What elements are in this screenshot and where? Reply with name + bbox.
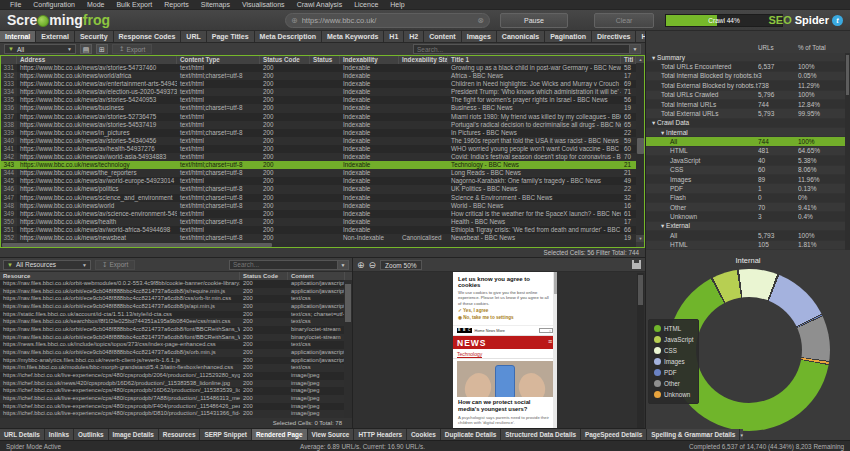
tab-response-codes[interactable]: Response Codes (114, 31, 182, 42)
column-header-status-code[interactable]: Status Code (240, 272, 288, 280)
tab-images[interactable]: Images (462, 31, 497, 42)
resource-row[interactable]: https://m.files.bbci.co.uk/modules/bbc-m… (0, 364, 352, 372)
tab-h1[interactable]: H1 (384, 31, 404, 42)
expand-icon[interactable]: ▾ (661, 129, 664, 136)
column-header-row-number[interactable] (0, 56, 17, 64)
resource-row[interactable]: https://ichef.bbci.co.uk/news/420/cpspro… (0, 380, 352, 388)
resource-row[interactable]: https://nav.files.bbci.co.uk/orbit/ece9c… (0, 288, 352, 296)
scrollbar-thumb[interactable] (638, 275, 643, 305)
filter-dropdown[interactable]: ▼ All ▼ (4, 44, 76, 54)
main-vertical-scrollbar[interactable]: ▲ ▼ (636, 56, 645, 242)
tab-cookies[interactable]: Cookies (407, 429, 441, 440)
table-row[interactable]: 332https://www.bbc.co.uk/news/world/afri… (0, 72, 636, 80)
export-button[interactable]: ↥ Export (112, 44, 152, 54)
overview-row-external[interactable]: ▾ External (646, 222, 850, 231)
table-row[interactable]: 345https://www.bbc.co.uk/news/av/world-e… (0, 177, 636, 185)
tab-structured-data-details[interactable]: Structured Data Details (501, 429, 581, 440)
overview-row-html[interactable]: HTML1051.81% (646, 241, 850, 250)
resource-row[interactable]: https://nav.files.bbci.co.uk/searchbox/f… (0, 318, 352, 326)
resource-row[interactable]: https://nav.files.bbci.co.uk/orbit/ece9c… (0, 334, 352, 342)
table-row[interactable]: 335https://www.bbc.co.uk/news/av/stories… (0, 96, 636, 104)
url-input[interactable] (302, 16, 478, 25)
overview-row-all[interactable]: All744100% (646, 137, 850, 146)
table-row[interactable]: 344https://www.bbc.co.uk/news/the_report… (0, 169, 636, 177)
resource-row[interactable]: https://static.files.bbci.co.uk/account/… (0, 311, 352, 319)
overview-scrollbar[interactable] (845, 53, 850, 250)
table-row[interactable]: 338https://www.bbc.co.uk/news/av/stories… (0, 121, 636, 129)
search-input[interactable] (414, 46, 629, 53)
twitter-icon[interactable]: t (832, 15, 843, 26)
tab-serp-snippet[interactable]: SERP Snippet (200, 429, 252, 440)
tab-canonicals[interactable]: Canonicals (497, 31, 545, 42)
tab-pagination[interactable]: Pagination (545, 31, 592, 42)
tab-directives[interactable]: Directives (592, 31, 636, 42)
column-header-content[interactable]: Content (288, 272, 345, 280)
resource-row[interactable]: https://ichef.bbci.co.uk/live-experience… (0, 410, 352, 418)
table-row[interactable]: 350https://www.bbc.co.uk/news/healthtext… (0, 218, 636, 226)
resources-search-input[interactable] (230, 261, 337, 268)
column-header-titl[interactable]: Titl + (621, 56, 636, 64)
tab-h2[interactable]: H2 (404, 31, 424, 42)
scroll-up-icon[interactable]: ▲ (636, 56, 645, 63)
tab-meta-keywords[interactable]: Meta Keywords (322, 31, 384, 42)
tab-url-details[interactable]: URL Details (0, 429, 45, 440)
column-header-resource[interactable]: Resource (0, 272, 240, 280)
resource-row[interactable]: https://nav.files.bbci.co.uk/orbit/ece9c… (0, 303, 352, 311)
tab-meta-description[interactable]: Meta Description (255, 31, 322, 42)
overview-row-html[interactable]: HTML48164.65% (646, 147, 850, 156)
scrollbar-thumb[interactable] (637, 138, 644, 154)
menu-help[interactable]: Help (385, 0, 409, 10)
column-header-status-code[interactable]: Status Code (260, 56, 310, 64)
resource-row[interactable]: https://nav.files.bbci.co.uk/orbit/ece9c… (0, 349, 352, 357)
tab-rendered-page[interactable]: Rendered Page (252, 429, 308, 440)
table-row[interactable]: 331https://www.bbc.co.uk/news/av/stories… (0, 64, 636, 72)
tab-page-titles[interactable]: Page Titles (207, 31, 255, 42)
table-row[interactable]: 339https://www.bbc.co.uk/news/in_picture… (0, 129, 636, 137)
overview-row-other[interactable]: Other709.41% (646, 203, 850, 212)
search-box[interactable]: ▼ (413, 44, 641, 54)
table-row[interactable]: 347https://www.bbc.co.uk/news/science_an… (0, 194, 636, 202)
preview-panel-scrollbar[interactable] (637, 273, 644, 428)
resource-row[interactable]: https://ichef.bbci.co.uk/live-experience… (0, 403, 352, 411)
resource-row[interactable]: https://nav.files.bbci.co.uk/orbit/ece9c… (0, 326, 352, 334)
pause-button[interactable]: Pause (500, 13, 568, 28)
column-header-address[interactable]: Address (17, 56, 177, 64)
table-row[interactable]: 351https://www.bbc.co.uk/news/av/world-a… (0, 226, 636, 234)
tab-inlinks[interactable]: Inlinks (45, 429, 74, 440)
clear-button[interactable]: Clear (594, 13, 654, 28)
table-row[interactable]: 343https://www.bbc.co.uk/news/technology… (0, 161, 636, 169)
tab-content[interactable]: Content (424, 31, 461, 42)
tab-outlinks[interactable]: Outlinks (74, 429, 109, 440)
table-row[interactable]: 346https://www.bbc.co.uk/news/politicste… (0, 185, 636, 193)
overview-row-all[interactable]: All5,793100% (646, 231, 850, 240)
column-header-title-1[interactable]: Title 1 (448, 56, 621, 64)
resource-row[interactable]: https://ichef.bbci.co.uk/live-experience… (0, 395, 352, 403)
tab-view-source[interactable]: View Source (308, 429, 355, 440)
overview-row-total-urls-encountered[interactable]: Total URLs Encountered6,537100% (646, 62, 850, 71)
column-header-indexability-status[interactable]: Indexability Status (399, 56, 448, 64)
overview-row-unknown[interactable]: Unknown30.4% (646, 212, 850, 221)
table-row[interactable]: 337https://www.bbc.co.uk/news/av/stories… (0, 113, 636, 121)
menu-visualisations[interactable]: Visualisations (237, 0, 290, 10)
overview-row-total-external-urls[interactable]: Total External URLs5,79399.95% (646, 109, 850, 118)
scrollbar-thumb[interactable] (846, 55, 849, 95)
table-row[interactable]: 341https://www.bbc.co.uk/news/av/health-… (0, 145, 636, 153)
resource-row[interactable]: https://mybbc-analytics.files.bbci.co.uk… (0, 357, 352, 365)
resource-row[interactable]: https://news.files.bbci.co.uk/include/to… (0, 341, 352, 349)
table-row[interactable]: 349https://www.bbc.co.uk/news/av/science… (0, 210, 636, 218)
expand-icon[interactable]: ▾ (661, 222, 664, 229)
zoom-level[interactable]: Zoom 50% (380, 260, 421, 270)
tab-external[interactable]: External (36, 31, 75, 42)
tab-http-headers[interactable]: HTTP Headers (354, 429, 407, 440)
tab-url[interactable]: URL (181, 31, 206, 42)
tree-view-icon[interactable]: ⊞ (96, 44, 108, 54)
tab-resources[interactable]: Resources (159, 429, 201, 440)
resource-row[interactable]: https://ichef.bbci.co.uk/live-experience… (0, 372, 352, 380)
menu-bulk-export[interactable]: Bulk Export (111, 0, 157, 10)
search-options-icon[interactable]: ▼ (337, 261, 348, 269)
tab-pagespeed-details[interactable]: PageSpeed Details (581, 429, 647, 440)
overview-row-summary[interactable]: ▾ Summary (646, 53, 850, 62)
overview-row-images[interactable]: Images8911.96% (646, 175, 850, 184)
table-row[interactable]: 352https://www.bbc.co.uk/news/newsbeatte… (0, 234, 636, 242)
overview-row-internal[interactable]: ▾ Internal (646, 128, 850, 137)
